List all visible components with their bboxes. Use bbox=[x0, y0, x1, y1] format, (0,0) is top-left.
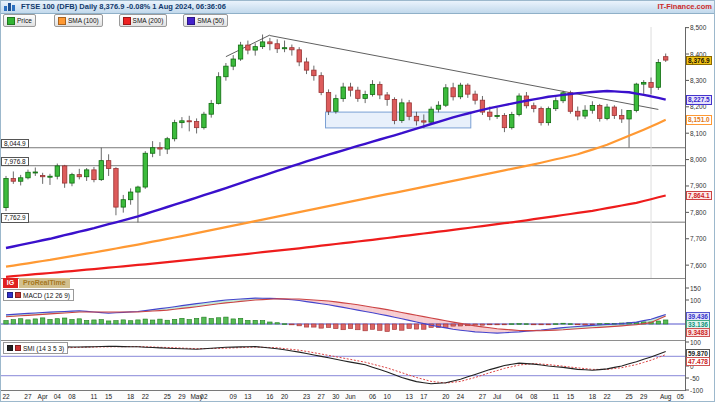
chart-window: FTSE 100 (DFB) Daily 8,376.9 -0.08% 1 Au… bbox=[0, 0, 715, 402]
candle-body bbox=[326, 93, 330, 112]
date-tick-label: 20 bbox=[442, 393, 449, 400]
date-tick-label: 13 bbox=[244, 393, 251, 400]
macd-histogram-bar bbox=[312, 324, 316, 327]
date-tick-label: 09 bbox=[230, 393, 237, 400]
smi-color-icon bbox=[7, 345, 13, 351]
date-tick-label: 15 bbox=[105, 393, 112, 400]
date-tick-label: 04 bbox=[54, 393, 61, 400]
macd-histogram-bar bbox=[576, 324, 580, 325]
price-tick-label: 7,800 bbox=[690, 209, 706, 216]
macd-histogram-bar bbox=[590, 324, 594, 325]
level-price-label: 8,044.9 bbox=[1, 139, 29, 149]
date-tick-label: 29 bbox=[640, 393, 647, 400]
candle-body bbox=[422, 121, 426, 122]
candle-body bbox=[150, 148, 154, 154]
candle-body bbox=[216, 77, 220, 104]
candle-body bbox=[165, 139, 169, 149]
macd-histogram-bar bbox=[341, 324, 345, 330]
candle-body bbox=[275, 44, 279, 49]
smi-value-label: 47.478 bbox=[686, 357, 710, 367]
candle-body bbox=[495, 116, 499, 117]
candle-body bbox=[11, 179, 15, 182]
candle-body bbox=[414, 116, 418, 120]
support-zone-box bbox=[326, 112, 471, 128]
candle-body bbox=[114, 169, 118, 208]
candle-body bbox=[238, 45, 242, 59]
date-tick-label: 08 bbox=[68, 393, 75, 400]
price-tick-label: 7,900 bbox=[690, 182, 706, 189]
macd-histogram-bar bbox=[77, 319, 81, 324]
macd-histogram-bar bbox=[55, 319, 59, 324]
macd-histogram-bar bbox=[172, 319, 176, 324]
macd-legend-chip[interactable]: MACD (12 26 9) bbox=[3, 289, 74, 301]
macd-histogram-bar bbox=[378, 324, 382, 330]
macd-histogram-bar bbox=[664, 320, 668, 324]
date-tick-label: 17 bbox=[420, 393, 427, 400]
macd-histogram-bar bbox=[224, 317, 228, 324]
macd-histogram-bar bbox=[216, 318, 220, 324]
macd-histogram-bar bbox=[99, 320, 103, 324]
macd-histogram-bar bbox=[495, 324, 499, 325]
macd-histogram-bar bbox=[48, 319, 52, 324]
date-tick-label: Jul bbox=[493, 393, 501, 400]
smi-legend-label: SMI (14 3 5 3) bbox=[23, 345, 64, 352]
macd-histogram-bar bbox=[451, 324, 455, 326]
macd-histogram-bar bbox=[385, 324, 389, 331]
date-tick-label: 30 bbox=[332, 393, 339, 400]
chart-canvas[interactable] bbox=[1, 1, 715, 402]
macd-histogram-bar bbox=[532, 324, 536, 325]
macd-histogram-bar bbox=[546, 324, 550, 325]
macd-histogram-bar bbox=[554, 324, 558, 325]
date-tick-label: 18 bbox=[127, 393, 134, 400]
macd-histogram-bar bbox=[517, 324, 521, 325]
smi-signal-color-icon bbox=[15, 345, 21, 351]
candle-body bbox=[26, 172, 30, 178]
price-tick-label: 8,300 bbox=[690, 77, 706, 84]
macd-legend-label: MACD (12 26 9) bbox=[23, 292, 70, 299]
macd-histogram-bar bbox=[150, 320, 154, 324]
date-tick-label: 02 bbox=[200, 393, 207, 400]
candle-body bbox=[656, 62, 660, 87]
candle-body bbox=[106, 161, 110, 169]
price-tick-label: 7,700 bbox=[690, 235, 706, 242]
macd-histogram-bar bbox=[297, 324, 301, 326]
candle-body bbox=[77, 175, 81, 177]
macd-histogram-bar bbox=[40, 318, 44, 324]
smi-tick-label: -100 bbox=[690, 387, 703, 394]
candle-body bbox=[92, 170, 96, 180]
candle-body bbox=[202, 114, 206, 127]
macd-histogram-bar bbox=[121, 320, 125, 324]
macd-tick-label: 150 bbox=[690, 285, 701, 292]
candle-body bbox=[194, 122, 198, 128]
date-tick-label: 06 bbox=[369, 393, 376, 400]
candle-body bbox=[532, 106, 536, 109]
macd-value-label: 9.3483 bbox=[686, 328, 710, 338]
macd-histogram-bar bbox=[158, 319, 162, 324]
candle-body bbox=[634, 84, 638, 110]
macd-histogram-bar bbox=[187, 320, 191, 324]
macd-histogram-bar bbox=[275, 323, 279, 324]
macd-histogram-bar bbox=[84, 320, 88, 324]
candle-body bbox=[48, 176, 52, 177]
macd-histogram-bar bbox=[4, 321, 8, 324]
candle-body bbox=[70, 175, 74, 183]
candle-body bbox=[304, 62, 308, 70]
macd-histogram-bar bbox=[106, 321, 110, 324]
prorealtime-logo[interactable]: ProRealTime bbox=[19, 278, 70, 288]
smi-legend-chip[interactable]: SMI (14 3 5 3) bbox=[3, 342, 68, 354]
candle-body bbox=[488, 112, 492, 116]
candle-body bbox=[341, 87, 345, 99]
candle-body bbox=[334, 99, 338, 112]
ig-logo: IG bbox=[3, 278, 18, 288]
macd-histogram-bar bbox=[11, 320, 15, 324]
macd-histogram-bar bbox=[583, 324, 587, 325]
macd-histogram-bar bbox=[268, 322, 272, 324]
date-tick-label: 25 bbox=[164, 393, 171, 400]
candle-body bbox=[451, 88, 455, 97]
candle-body bbox=[436, 105, 440, 109]
macd-histogram-bar bbox=[422, 324, 426, 329]
candle-body bbox=[33, 172, 37, 173]
candle-body bbox=[649, 83, 653, 88]
candle-body bbox=[458, 85, 462, 97]
candle-body bbox=[268, 42, 272, 44]
